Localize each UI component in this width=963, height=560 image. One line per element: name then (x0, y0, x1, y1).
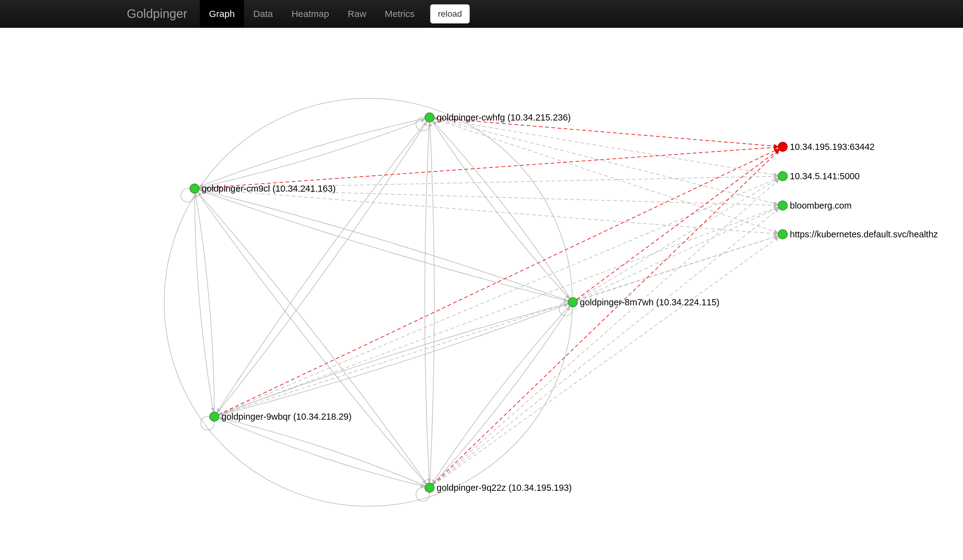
edge-ext (433, 237, 779, 485)
edge-failed (576, 150, 779, 299)
ring-node[interactable] (210, 412, 219, 421)
edge-failed (219, 149, 779, 414)
edge (425, 122, 430, 483)
edge-ext (434, 119, 778, 205)
navbar: Goldpinger GraphDataHeatmapRawMetrics re… (0, 0, 963, 28)
edge (430, 122, 434, 483)
edge (199, 118, 425, 187)
ring-node[interactable] (568, 298, 577, 307)
edge-failed (433, 150, 779, 484)
edge (197, 192, 426, 484)
tab-data[interactable]: Data (244, 0, 282, 28)
edge-ext (199, 189, 778, 234)
ext-node[interactable] (778, 142, 787, 151)
edge (199, 119, 425, 187)
edge (217, 121, 427, 413)
edge (195, 193, 213, 412)
edge (219, 418, 425, 487)
reload-button[interactable]: reload (430, 4, 470, 23)
edge-ext (433, 208, 779, 485)
edge (433, 306, 570, 484)
edge-ext (219, 207, 778, 415)
ext-node[interactable] (778, 172, 787, 181)
graph-area[interactable]: goldpinger-cwhfg (10.34.215.236)goldping… (0, 28, 963, 560)
tab-raw[interactable]: Raw (338, 0, 375, 28)
edge-ext (434, 119, 778, 233)
ring-node[interactable] (425, 113, 434, 122)
ext-node[interactable] (778, 230, 787, 239)
ring-node[interactable] (425, 483, 434, 492)
edge (199, 190, 568, 301)
brand: Goldpinger (127, 7, 187, 21)
edge-ext (577, 236, 778, 301)
edge-ext (433, 179, 779, 485)
edge (217, 121, 427, 413)
tab-metrics[interactable]: Metrics (375, 0, 424, 28)
ring-outline (164, 98, 572, 506)
edge (219, 418, 426, 486)
ext-node[interactable] (778, 201, 787, 210)
edge (432, 121, 570, 299)
edge (219, 304, 568, 415)
ring-node[interactable] (190, 184, 199, 193)
edge-ext (219, 236, 778, 415)
edge-ext (577, 207, 779, 300)
edge-ext (434, 118, 778, 175)
tab-heatmap[interactable]: Heatmap (282, 0, 338, 28)
edge-failed (199, 147, 778, 188)
nav-tabs: GraphDataHeatmapRawMetrics (200, 0, 424, 28)
edge (199, 190, 568, 301)
edge (198, 192, 427, 484)
edge-failed (434, 118, 778, 146)
edge (195, 193, 214, 412)
graph-canvas[interactable] (0, 28, 963, 560)
edge-ext (219, 178, 778, 415)
tab-graph[interactable]: Graph (200, 0, 244, 28)
edge-ext (199, 189, 778, 205)
